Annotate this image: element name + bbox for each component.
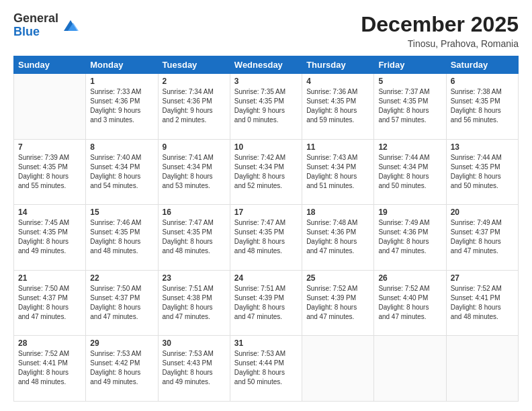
day-info: Sunrise: 7:51 AM Sunset: 4:38 PM Dayligh…	[163, 284, 226, 322]
day-number: 6	[451, 77, 514, 86]
day-info: Sunrise: 7:50 AM Sunset: 4:37 PM Dayligh…	[90, 284, 153, 322]
day-number: 30	[163, 338, 226, 348]
day-info: Sunrise: 7:49 AM Sunset: 4:37 PM Dayligh…	[451, 218, 514, 256]
day-info: Sunrise: 7:52 AM Sunset: 4:41 PM Dayligh…	[18, 349, 81, 387]
day-info: Sunrise: 7:48 AM Sunset: 4:36 PM Dayligh…	[306, 218, 369, 256]
day-info: Sunrise: 7:50 AM Sunset: 4:37 PM Dayligh…	[18, 284, 81, 322]
day-number: 28	[18, 338, 81, 348]
calendar-cell: 22Sunrise: 7:50 AM Sunset: 4:37 PM Dayli…	[86, 270, 158, 336]
day-number: 31	[234, 338, 298, 348]
day-info: Sunrise: 7:53 AM Sunset: 4:44 PM Dayligh…	[234, 349, 298, 387]
calendar-cell: 21Sunrise: 7:50 AM Sunset: 4:37 PM Dayli…	[14, 270, 86, 336]
day-number: 12	[378, 142, 441, 152]
day-number: 19	[378, 208, 441, 217]
logo-text: General Blue	[13, 12, 58, 39]
calendar-cell	[374, 336, 446, 402]
calendar-table: SundayMondayTuesdayWednesdayThursdayFrid…	[13, 56, 519, 402]
day-number: 21	[18, 273, 81, 283]
calendar-cell	[302, 336, 374, 402]
day-number: 17	[234, 208, 298, 217]
calendar-cell: 19Sunrise: 7:49 AM Sunset: 4:36 PM Dayli…	[374, 205, 446, 271]
day-info: Sunrise: 7:39 AM Sunset: 4:35 PM Dayligh…	[18, 153, 81, 191]
day-info: Sunrise: 7:52 AM Sunset: 4:39 PM Dayligh…	[306, 284, 369, 322]
calendar-cell	[446, 336, 518, 402]
day-info: Sunrise: 7:49 AM Sunset: 4:36 PM Dayligh…	[378, 218, 441, 256]
calendar-cell: 24Sunrise: 7:51 AM Sunset: 4:39 PM Dayli…	[230, 270, 302, 336]
calendar-cell: 13Sunrise: 7:44 AM Sunset: 4:35 PM Dayli…	[446, 139, 518, 205]
day-number: 9	[163, 142, 226, 152]
logo-blue: Blue	[13, 26, 58, 39]
day-number: 5	[378, 77, 441, 86]
day-number: 1	[90, 77, 153, 86]
day-info: Sunrise: 7:40 AM Sunset: 4:34 PM Dayligh…	[90, 153, 153, 191]
title-block: December 2025 Tinosu, Prahova, Romania	[361, 12, 519, 49]
subtitle: Tinosu, Prahova, Romania	[361, 38, 519, 49]
weekday-header-friday: Friday	[374, 56, 446, 74]
day-info: Sunrise: 7:44 AM Sunset: 4:35 PM Dayligh…	[451, 153, 514, 191]
calendar-cell: 18Sunrise: 7:48 AM Sunset: 4:36 PM Dayli…	[302, 205, 374, 271]
calendar-cell: 27Sunrise: 7:52 AM Sunset: 4:41 PM Dayli…	[446, 270, 518, 336]
day-number: 24	[234, 273, 298, 283]
calendar-cell: 9Sunrise: 7:41 AM Sunset: 4:34 PM Daylig…	[158, 139, 230, 205]
logo-general: General	[13, 12, 58, 26]
calendar-cell: 12Sunrise: 7:44 AM Sunset: 4:34 PM Dayli…	[374, 139, 446, 205]
page: General Blue December 2025 Tinosu, Praho…	[0, 0, 532, 411]
day-number: 25	[306, 273, 369, 283]
calendar-cell: 20Sunrise: 7:49 AM Sunset: 4:37 PM Dayli…	[446, 205, 518, 271]
calendar-cell: 23Sunrise: 7:51 AM Sunset: 4:38 PM Dayli…	[158, 270, 230, 336]
day-number: 3	[234, 77, 298, 86]
week-row-2: 14Sunrise: 7:45 AM Sunset: 4:35 PM Dayli…	[14, 205, 519, 271]
day-number: 4	[306, 77, 369, 86]
day-info: Sunrise: 7:33 AM Sunset: 4:36 PM Dayligh…	[90, 87, 153, 125]
day-number: 8	[90, 142, 153, 152]
day-info: Sunrise: 7:41 AM Sunset: 4:34 PM Dayligh…	[163, 153, 226, 191]
day-number: 7	[18, 142, 81, 152]
calendar-cell: 4Sunrise: 7:36 AM Sunset: 4:35 PM Daylig…	[302, 74, 374, 140]
month-title: December 2025	[361, 12, 519, 37]
header: General Blue December 2025 Tinosu, Praho…	[13, 12, 519, 49]
day-info: Sunrise: 7:46 AM Sunset: 4:35 PM Dayligh…	[90, 218, 153, 256]
calendar-cell: 1Sunrise: 7:33 AM Sunset: 4:36 PM Daylig…	[86, 74, 158, 140]
calendar-cell: 10Sunrise: 7:42 AM Sunset: 4:34 PM Dayli…	[230, 139, 302, 205]
calendar-cell: 28Sunrise: 7:52 AM Sunset: 4:41 PM Dayli…	[14, 336, 86, 402]
day-info: Sunrise: 7:47 AM Sunset: 4:35 PM Dayligh…	[163, 218, 226, 256]
day-info: Sunrise: 7:34 AM Sunset: 4:36 PM Dayligh…	[163, 87, 226, 125]
day-info: Sunrise: 7:53 AM Sunset: 4:43 PM Dayligh…	[163, 349, 226, 387]
day-info: Sunrise: 7:53 AM Sunset: 4:42 PM Dayligh…	[90, 349, 153, 387]
day-info: Sunrise: 7:37 AM Sunset: 4:35 PM Dayligh…	[378, 87, 441, 125]
day-number: 27	[451, 273, 514, 283]
calendar-cell: 17Sunrise: 7:47 AM Sunset: 4:35 PM Dayli…	[230, 205, 302, 271]
calendar-cell: 25Sunrise: 7:52 AM Sunset: 4:39 PM Dayli…	[302, 270, 374, 336]
day-info: Sunrise: 7:52 AM Sunset: 4:41 PM Dayligh…	[451, 284, 514, 322]
weekday-header-monday: Monday	[86, 56, 158, 74]
calendar-cell: 31Sunrise: 7:53 AM Sunset: 4:44 PM Dayli…	[230, 336, 302, 402]
calendar-cell: 29Sunrise: 7:53 AM Sunset: 4:42 PM Dayli…	[86, 336, 158, 402]
calendar-cell: 15Sunrise: 7:46 AM Sunset: 4:35 PM Dayli…	[86, 205, 158, 271]
calendar-cell: 16Sunrise: 7:47 AM Sunset: 4:35 PM Dayli…	[158, 205, 230, 271]
week-row-0: 1Sunrise: 7:33 AM Sunset: 4:36 PM Daylig…	[14, 74, 519, 140]
calendar-cell: 11Sunrise: 7:43 AM Sunset: 4:34 PM Dayli…	[302, 139, 374, 205]
calendar-cell: 30Sunrise: 7:53 AM Sunset: 4:43 PM Dayli…	[158, 336, 230, 402]
weekday-header-sunday: Sunday	[14, 56, 86, 74]
week-row-1: 7Sunrise: 7:39 AM Sunset: 4:35 PM Daylig…	[14, 139, 519, 205]
day-info: Sunrise: 7:51 AM Sunset: 4:39 PM Dayligh…	[234, 284, 298, 322]
logo: General Blue	[13, 12, 80, 39]
day-info: Sunrise: 7:36 AM Sunset: 4:35 PM Dayligh…	[306, 87, 369, 125]
weekday-header-tuesday: Tuesday	[158, 56, 230, 74]
day-info: Sunrise: 7:45 AM Sunset: 4:35 PM Dayligh…	[18, 218, 81, 256]
day-number: 14	[18, 208, 81, 217]
day-info: Sunrise: 7:42 AM Sunset: 4:34 PM Dayligh…	[234, 153, 298, 191]
day-info: Sunrise: 7:43 AM Sunset: 4:34 PM Dayligh…	[306, 153, 369, 191]
calendar-cell: 6Sunrise: 7:38 AM Sunset: 4:35 PM Daylig…	[446, 74, 518, 140]
logo-icon	[61, 16, 80, 35]
day-number: 10	[234, 142, 298, 152]
calendar-cell: 14Sunrise: 7:45 AM Sunset: 4:35 PM Dayli…	[14, 205, 86, 271]
day-number: 11	[306, 142, 369, 152]
weekday-header-row: SundayMondayTuesdayWednesdayThursdayFrid…	[14, 56, 519, 74]
calendar-cell: 2Sunrise: 7:34 AM Sunset: 4:36 PM Daylig…	[158, 74, 230, 140]
day-info: Sunrise: 7:47 AM Sunset: 4:35 PM Dayligh…	[234, 218, 298, 256]
day-number: 18	[306, 208, 369, 217]
week-row-4: 28Sunrise: 7:52 AM Sunset: 4:41 PM Dayli…	[14, 336, 519, 402]
day-number: 23	[163, 273, 226, 283]
day-number: 22	[90, 273, 153, 283]
